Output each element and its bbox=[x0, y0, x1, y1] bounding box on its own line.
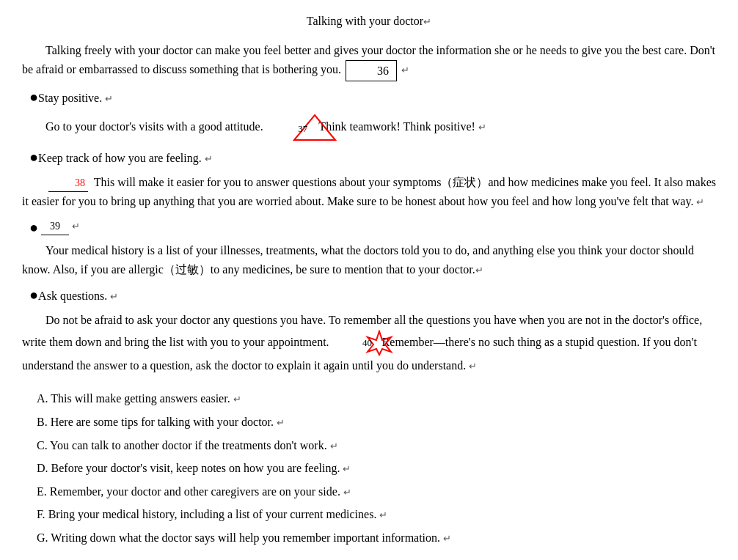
option-c-text: You can talk to another doctor if the tr… bbox=[50, 439, 327, 452]
bullet-ask-questions: ●Ask questions. ↵ bbox=[29, 287, 716, 306]
bullet-keep-track: ●Keep track of how you are feeling. ↵ bbox=[29, 149, 716, 168]
option-a-text: This will make getting answers easier. bbox=[51, 392, 230, 405]
option-d-label: D. bbox=[37, 462, 51, 474]
page-title: Talking with your doctor↵ bbox=[22, 15, 716, 28]
option-c: C. You can talk to another doctor if the… bbox=[22, 436, 716, 455]
intro-end-text: . bbox=[338, 63, 341, 75]
option-g-label: G. bbox=[37, 531, 51, 544]
option-f: F. Bring your medical history, including… bbox=[22, 505, 716, 524]
option-a: A. This will make getting answers easier… bbox=[22, 389, 716, 408]
option-f-text: Bring your medical history, including a … bbox=[48, 508, 377, 520]
marker-38: 38 bbox=[48, 175, 88, 192]
options-section: A. This will make getting answers easier… bbox=[22, 389, 716, 547]
answer-box-36[interactable]: 36 bbox=[346, 60, 397, 82]
option-b-text: Here are some tips for talking with your… bbox=[51, 416, 274, 428]
ask-questions-paragraph: Do not be afraid to ask your doctor any … bbox=[22, 311, 716, 375]
intro-paragraph: Talking freely with your doctor can make… bbox=[22, 41, 716, 81]
option-e: E. Remember, your doctor and other careg… bbox=[22, 482, 716, 501]
option-f-label: F. bbox=[37, 508, 48, 520]
medical-history-paragraph: Your medical history is a list of your i… bbox=[22, 241, 716, 279]
option-a-label: A. bbox=[37, 392, 51, 405]
bullet-39: ● 39 ↵ bbox=[29, 218, 716, 235]
option-d-text: Before your doctor's visit, keep notes o… bbox=[51, 462, 340, 474]
option-d: D. Before your doctor's visit, keep note… bbox=[22, 459, 716, 478]
option-e-text: Remember, your doctor and other caregive… bbox=[50, 485, 340, 498]
option-e-label: E. bbox=[37, 485, 50, 498]
triangle-marker-37: 37 bbox=[269, 114, 313, 141]
star-marker-40: 40 bbox=[335, 330, 376, 356]
stay-positive-label: Stay positive. bbox=[38, 92, 102, 104]
keep-track-paragraph: 38 This will make it easier for you to a… bbox=[22, 173, 716, 211]
option-b-label: B. bbox=[37, 416, 51, 428]
option-c-label: C. bbox=[37, 439, 50, 452]
bullet-stay-positive: ●Stay positive. ↵ bbox=[29, 89, 716, 108]
option-g-text: Writing down what the doctor says will h… bbox=[51, 531, 440, 544]
ask-questions-label: Ask questions. bbox=[38, 290, 107, 302]
option-b: B. Here are some tips for talking with y… bbox=[22, 413, 716, 432]
marker-39: 39 bbox=[41, 218, 69, 235]
go-to-doctor-paragraph: Go to your doctor's visits with a good a… bbox=[22, 114, 716, 141]
keep-track-label: Keep track of how you are feeling. bbox=[38, 152, 202, 164]
option-g: G. Writing down what the doctor says wil… bbox=[22, 528, 716, 548]
